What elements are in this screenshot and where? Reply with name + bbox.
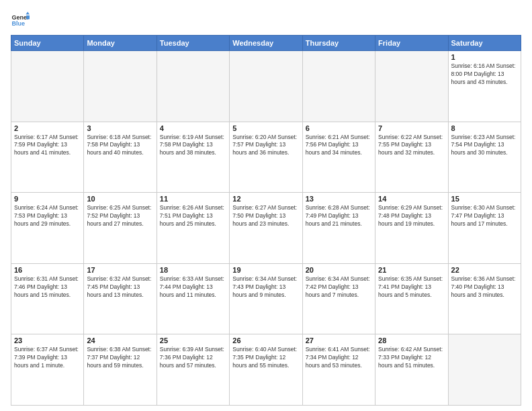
logo-icon: General Blue xyxy=(11,11,30,30)
calendar-cell xyxy=(157,51,229,122)
svg-marker-2 xyxy=(26,11,30,14)
day-number: 8 xyxy=(451,124,518,132)
weekday-header-tuesday: Tuesday xyxy=(157,36,229,51)
day-number: 2 xyxy=(14,124,81,132)
calendar-week-2: 9Sunrise: 6:24 AM Sunset: 7:53 PM Daylig… xyxy=(11,193,521,264)
day-info: Sunrise: 6:37 AM Sunset: 7:39 PM Dayligh… xyxy=(14,346,81,370)
day-number: 7 xyxy=(378,124,445,132)
day-number: 24 xyxy=(87,336,153,345)
day-number: 6 xyxy=(306,124,372,132)
day-number: 25 xyxy=(160,336,226,345)
calendar-cell: 14Sunrise: 6:29 AM Sunset: 7:48 PM Dayli… xyxy=(375,193,448,264)
weekday-header-friday: Friday xyxy=(375,36,448,51)
day-number: 4 xyxy=(160,124,226,132)
svg-text:Blue: Blue xyxy=(11,20,25,27)
day-info: Sunrise: 6:34 AM Sunset: 7:42 PM Dayligh… xyxy=(306,275,372,300)
calendar-cell: 19Sunrise: 6:34 AM Sunset: 7:43 PM Dayli… xyxy=(230,263,302,334)
day-info: Sunrise: 6:35 AM Sunset: 7:41 PM Dayligh… xyxy=(378,275,445,300)
day-number: 14 xyxy=(378,195,445,203)
calendar-cell: 28Sunrise: 6:42 AM Sunset: 7:33 PM Dayli… xyxy=(375,334,448,406)
calendar-week-1: 2Sunrise: 6:17 AM Sunset: 7:59 PM Daylig… xyxy=(11,122,521,193)
calendar-cell xyxy=(84,51,157,122)
day-info: Sunrise: 6:19 AM Sunset: 7:58 PM Dayligh… xyxy=(160,134,226,158)
weekday-header-saturday: Saturday xyxy=(448,36,521,51)
calendar-cell: 10Sunrise: 6:25 AM Sunset: 7:52 PM Dayli… xyxy=(84,193,157,264)
day-info: Sunrise: 6:21 AM Sunset: 7:56 PM Dayligh… xyxy=(306,134,372,158)
calendar-cell: 21Sunrise: 6:35 AM Sunset: 7:41 PM Dayli… xyxy=(375,263,448,334)
weekday-header-sunday: Sunday xyxy=(11,36,84,51)
calendar-cell: 26Sunrise: 6:40 AM Sunset: 7:35 PM Dayli… xyxy=(230,334,302,406)
day-info: Sunrise: 6:16 AM Sunset: 8:00 PM Dayligh… xyxy=(451,62,518,87)
day-info: Sunrise: 6:31 AM Sunset: 7:46 PM Dayligh… xyxy=(14,275,81,300)
day-info: Sunrise: 6:26 AM Sunset: 7:51 PM Dayligh… xyxy=(160,204,226,228)
calendar-cell: 15Sunrise: 6:30 AM Sunset: 7:47 PM Dayli… xyxy=(448,193,521,264)
day-number: 10 xyxy=(87,195,153,203)
calendar-cell xyxy=(230,51,302,122)
day-number: 13 xyxy=(306,195,372,203)
calendar-cell xyxy=(11,51,84,122)
day-info: Sunrise: 6:24 AM Sunset: 7:53 PM Dayligh… xyxy=(14,204,81,228)
calendar-cell: 4Sunrise: 6:19 AM Sunset: 7:58 PM Daylig… xyxy=(157,122,229,193)
day-number: 1 xyxy=(451,53,518,61)
day-info: Sunrise: 6:18 AM Sunset: 7:58 PM Dayligh… xyxy=(87,134,153,158)
day-number: 11 xyxy=(160,195,226,203)
weekday-header-thursday: Thursday xyxy=(302,36,375,51)
calendar-cell: 12Sunrise: 6:27 AM Sunset: 7:50 PM Dayli… xyxy=(230,193,302,264)
day-number: 12 xyxy=(232,195,299,203)
calendar-cell: 8Sunrise: 6:23 AM Sunset: 7:54 PM Daylig… xyxy=(448,122,521,193)
calendar-week-4: 23Sunrise: 6:37 AM Sunset: 7:39 PM Dayli… xyxy=(11,334,521,406)
calendar-cell: 22Sunrise: 6:36 AM Sunset: 7:40 PM Dayli… xyxy=(448,263,521,334)
day-number: 19 xyxy=(232,266,299,274)
calendar-cell: 1Sunrise: 6:16 AM Sunset: 8:00 PM Daylig… xyxy=(448,51,521,122)
day-info: Sunrise: 6:20 AM Sunset: 7:57 PM Dayligh… xyxy=(232,134,299,158)
day-info: Sunrise: 6:17 AM Sunset: 7:59 PM Dayligh… xyxy=(14,134,81,158)
calendar-cell xyxy=(375,51,448,122)
calendar-cell xyxy=(448,334,521,406)
weekday-header-row: SundayMondayTuesdayWednesdayThursdayFrid… xyxy=(11,36,521,51)
day-info: Sunrise: 6:40 AM Sunset: 7:35 PM Dayligh… xyxy=(232,346,299,370)
calendar-cell: 5Sunrise: 6:20 AM Sunset: 7:57 PM Daylig… xyxy=(230,122,302,193)
calendar-table: SundayMondayTuesdayWednesdayThursdayFrid… xyxy=(11,35,521,406)
calendar-cell: 16Sunrise: 6:31 AM Sunset: 7:46 PM Dayli… xyxy=(11,263,84,334)
day-info: Sunrise: 6:29 AM Sunset: 7:48 PM Dayligh… xyxy=(378,204,445,228)
day-info: Sunrise: 6:41 AM Sunset: 7:34 PM Dayligh… xyxy=(306,346,372,370)
day-info: Sunrise: 6:39 AM Sunset: 7:36 PM Dayligh… xyxy=(160,346,226,370)
logo: General Blue xyxy=(11,11,30,30)
calendar-cell: 3Sunrise: 6:18 AM Sunset: 7:58 PM Daylig… xyxy=(84,122,157,193)
calendar-cell: 17Sunrise: 6:32 AM Sunset: 7:45 PM Dayli… xyxy=(84,263,157,334)
calendar-week-0: 1Sunrise: 6:16 AM Sunset: 8:00 PM Daylig… xyxy=(11,51,521,122)
day-number: 26 xyxy=(232,336,299,345)
day-info: Sunrise: 6:22 AM Sunset: 7:55 PM Dayligh… xyxy=(378,134,445,158)
day-number: 27 xyxy=(306,336,372,345)
calendar-cell: 25Sunrise: 6:39 AM Sunset: 7:36 PM Dayli… xyxy=(157,334,229,406)
calendar-cell: 24Sunrise: 6:38 AM Sunset: 7:37 PM Dayli… xyxy=(84,334,157,406)
calendar-cell: 6Sunrise: 6:21 AM Sunset: 7:56 PM Daylig… xyxy=(302,122,375,193)
day-number: 5 xyxy=(232,124,299,132)
header: General Blue xyxy=(11,11,521,30)
day-number: 18 xyxy=(160,266,226,274)
day-info: Sunrise: 6:28 AM Sunset: 7:49 PM Dayligh… xyxy=(306,204,372,228)
day-number: 9 xyxy=(14,195,81,203)
day-number: 23 xyxy=(14,336,81,345)
day-info: Sunrise: 6:25 AM Sunset: 7:52 PM Dayligh… xyxy=(87,204,153,228)
calendar-cell: 13Sunrise: 6:28 AM Sunset: 7:49 PM Dayli… xyxy=(302,193,375,264)
page: General Blue SundayMondayTuesdayWednesda… xyxy=(0,0,532,411)
day-number: 17 xyxy=(87,266,153,274)
day-info: Sunrise: 6:42 AM Sunset: 7:33 PM Dayligh… xyxy=(378,346,445,370)
day-info: Sunrise: 6:23 AM Sunset: 7:54 PM Dayligh… xyxy=(451,134,518,158)
day-info: Sunrise: 6:36 AM Sunset: 7:40 PM Dayligh… xyxy=(451,275,518,300)
weekday-header-monday: Monday xyxy=(84,36,157,51)
day-info: Sunrise: 6:27 AM Sunset: 7:50 PM Dayligh… xyxy=(232,204,299,228)
day-number: 3 xyxy=(87,124,153,132)
calendar-cell: 27Sunrise: 6:41 AM Sunset: 7:34 PM Dayli… xyxy=(302,334,375,406)
calendar-cell: 9Sunrise: 6:24 AM Sunset: 7:53 PM Daylig… xyxy=(11,193,84,264)
calendar-cell: 23Sunrise: 6:37 AM Sunset: 7:39 PM Dayli… xyxy=(11,334,84,406)
day-number: 16 xyxy=(14,266,81,274)
calendar-week-3: 16Sunrise: 6:31 AM Sunset: 7:46 PM Dayli… xyxy=(11,263,521,334)
day-number: 15 xyxy=(451,195,518,203)
day-number: 20 xyxy=(306,266,372,274)
day-info: Sunrise: 6:30 AM Sunset: 7:47 PM Dayligh… xyxy=(451,204,518,228)
calendar-cell: 7Sunrise: 6:22 AM Sunset: 7:55 PM Daylig… xyxy=(375,122,448,193)
day-number: 22 xyxy=(451,266,518,274)
day-number: 21 xyxy=(378,266,445,274)
